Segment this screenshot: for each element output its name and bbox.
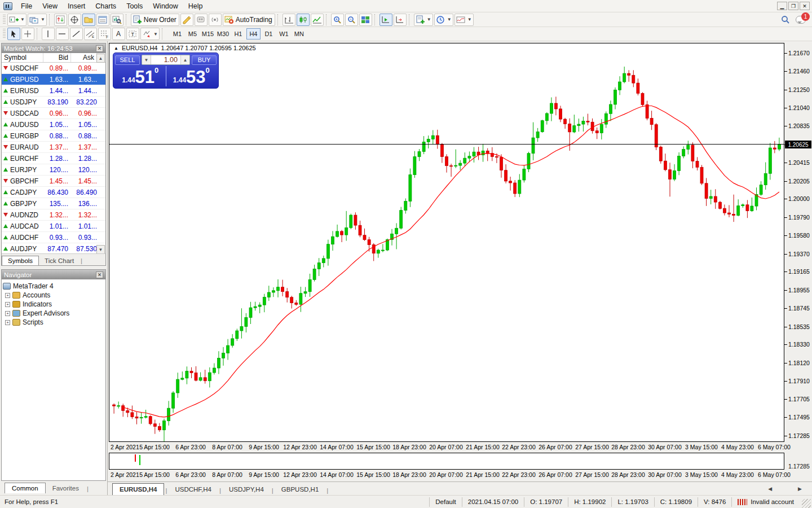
line-chart-button[interactable] bbox=[311, 14, 324, 26]
background-chart-pane[interactable] bbox=[109, 453, 784, 470]
chart-tab-eurusd-h4[interactable]: EURUSD,H4 bbox=[112, 483, 164, 495]
market-watch-button[interactable] bbox=[54, 14, 67, 26]
strategy-tester-button[interactable] bbox=[111, 14, 123, 26]
toolbar-grip[interactable] bbox=[3, 29, 6, 39]
market-watch-row-usdjpy[interactable]: USDJPY83.19083.220 bbox=[2, 97, 105, 108]
crosshair-button[interactable] bbox=[21, 28, 34, 40]
tab-tick-chart[interactable]: Tick Chart bbox=[39, 256, 80, 265]
restore-button[interactable]: ❐ bbox=[788, 2, 798, 10]
market-watch-row-audcad[interactable]: AUDCAD1.01...1.01... bbox=[2, 221, 105, 232]
tab-symbols[interactable]: Symbols bbox=[2, 256, 39, 265]
toolbar-grip[interactable] bbox=[3, 15, 6, 25]
volume-decrease-icon[interactable]: ▼ bbox=[142, 55, 151, 64]
close-button[interactable]: ✕ bbox=[800, 2, 810, 10]
navigator-item-accounts[interactable]: +Accounts bbox=[3, 291, 104, 300]
status-connection[interactable]: Invalid account bbox=[731, 497, 800, 507]
market-watch-row-usdchf[interactable]: USDCHF0.89...0.89... bbox=[2, 63, 105, 74]
timeframe-h4-button[interactable]: H4 bbox=[246, 28, 261, 40]
resize-grip[interactable] bbox=[802, 499, 811, 508]
profiles-button[interactable]: ▼ bbox=[28, 14, 47, 26]
tile-windows-button[interactable] bbox=[359, 14, 372, 26]
fibonacci-retracement-button[interactable]: F bbox=[98, 28, 111, 40]
expand-icon[interactable]: + bbox=[5, 320, 10, 325]
mql5-community-button[interactable] bbox=[195, 14, 208, 26]
cursor-button[interactable] bbox=[7, 28, 20, 40]
volume-value[interactable]: 1.00 bbox=[151, 55, 180, 64]
periods-button[interactable]: ▼ bbox=[434, 14, 453, 26]
text-button[interactable]: A bbox=[112, 28, 125, 40]
market-watch-row-eurchf[interactable]: EURCHF1.28...1.28... bbox=[2, 153, 105, 164]
arrows-button[interactable]: ▼ bbox=[140, 28, 160, 40]
buy-price[interactable]: 1.44 53 0 bbox=[166, 66, 217, 86]
column-ask[interactable]: Ask bbox=[71, 53, 97, 62]
timeframe-m30-button[interactable]: M30 bbox=[216, 28, 230, 40]
new-order-button[interactable]: New Order bbox=[131, 14, 179, 26]
text-label-button[interactable]: T bbox=[126, 28, 139, 40]
menu-charts[interactable]: Charts bbox=[90, 1, 121, 12]
tab-common[interactable]: Common bbox=[5, 483, 46, 493]
market-watch-row-gbpusd[interactable]: GBPUSD1.63...1.63... bbox=[2, 74, 105, 85]
market-watch-row-eurjpy[interactable]: EURJPY120....120.... bbox=[2, 164, 105, 176]
indicators-button[interactable]: ▼ bbox=[454, 14, 474, 26]
chart-shift-button[interactable] bbox=[394, 14, 407, 26]
timeframe-m5-button[interactable]: M5 bbox=[186, 28, 200, 40]
sell-price[interactable]: 1.44 51 0 bbox=[115, 66, 166, 86]
expand-icon[interactable]: + bbox=[5, 302, 10, 307]
market-watch-row-cadjpy[interactable]: CADJPY86.43086.490 bbox=[2, 187, 105, 198]
timeframe-h1-button[interactable]: H1 bbox=[231, 28, 245, 40]
status-profile[interactable]: Default bbox=[429, 497, 461, 507]
sell-button[interactable]: SELL bbox=[115, 55, 140, 65]
close-icon[interactable]: ✕ bbox=[96, 45, 103, 52]
market-watch-row-gbpjpy[interactable]: GBPJPY135....136.... bbox=[2, 198, 105, 209]
timeframe-m1-button[interactable]: M1 bbox=[170, 28, 184, 40]
menu-tools[interactable]: Tools bbox=[121, 1, 148, 12]
new-chart-button[interactable]: ▼ bbox=[7, 14, 27, 26]
column-bid[interactable]: Bid bbox=[43, 53, 71, 62]
candlestick-chart-button[interactable] bbox=[297, 14, 310, 26]
market-watch-row-eurusd[interactable]: EURUSD1.44...1.44... bbox=[2, 85, 105, 97]
navigator-item-expert-advisors[interactable]: +Expert Advisors bbox=[3, 309, 104, 318]
menu-help[interactable]: Help bbox=[183, 1, 208, 12]
horizontal-line-button[interactable] bbox=[56, 28, 69, 40]
navigator-button[interactable] bbox=[82, 14, 95, 26]
navigator-root[interactable]: MetaTrader 4 bbox=[3, 282, 104, 291]
terminal-button[interactable] bbox=[96, 14, 109, 26]
buy-button[interactable]: BUY bbox=[192, 55, 217, 65]
scroll-up-icon[interactable]: ▲ bbox=[96, 54, 105, 63]
market-watch-row-gbpchf[interactable]: GBPCHF1.45...1.45... bbox=[2, 176, 105, 187]
equidistant-channel-button[interactable]: E bbox=[84, 28, 97, 40]
tab-scroll-right-icon[interactable]: ▶ bbox=[798, 486, 802, 492]
background-pane-time-axis[interactable]: 2 Apr 20215 Apr 15:006 Apr 23:008 Apr 07… bbox=[109, 471, 784, 480]
notifications-icon[interactable]: 1 bbox=[796, 16, 806, 24]
tab-scroll-left-icon[interactable]: ◀ bbox=[768, 486, 772, 492]
close-icon[interactable]: ✕ bbox=[96, 271, 103, 278]
minimize-button[interactable]: ▁ bbox=[777, 2, 787, 10]
chart-tab-gbpusd-h1[interactable]: GBPUSD,H1 bbox=[275, 484, 325, 495]
market-watch-row-audjpy[interactable]: AUDJPY87.47087.530 bbox=[2, 243, 105, 255]
time-axis[interactable]: 2 Apr 20215 Apr 15:006 Apr 23:008 Apr 07… bbox=[109, 444, 784, 452]
scroll-down-icon[interactable]: ▼ bbox=[96, 245, 105, 254]
zoom-out-button[interactable] bbox=[345, 14, 358, 26]
bar-chart-button[interactable] bbox=[283, 14, 295, 26]
metaeditor-button[interactable] bbox=[180, 14, 193, 26]
data-window-button[interactable] bbox=[68, 14, 81, 26]
market-watch-row-audusd[interactable]: AUDUSD1.05...1.05... bbox=[2, 119, 105, 130]
menu-insert[interactable]: Insert bbox=[63, 1, 90, 12]
tab-favorites[interactable]: Favorites bbox=[46, 483, 86, 493]
navigator-item-scripts[interactable]: +Scripts bbox=[3, 318, 104, 327]
timeframe-mn-button[interactable]: MN bbox=[292, 28, 306, 40]
market-watch-row-usdcad[interactable]: USDCAD0.96...0.96... bbox=[2, 108, 105, 119]
market-watch-row-euraud[interactable]: EURAUD1.37...1.37... bbox=[2, 142, 105, 153]
column-symbol[interactable]: Symbol bbox=[2, 53, 43, 62]
market-watch-row-audnzd[interactable]: AUDNZD1.32...1.32... bbox=[2, 209, 105, 221]
expand-icon[interactable]: + bbox=[5, 311, 10, 316]
new-template-button[interactable]: ▼ bbox=[414, 14, 433, 26]
push-notifications-button[interactable] bbox=[209, 14, 222, 26]
candlestick-chart-canvas[interactable] bbox=[109, 43, 784, 441]
menu-window[interactable]: Window bbox=[148, 1, 183, 12]
menu-view[interactable]: View bbox=[37, 1, 63, 12]
timeframe-d1-button[interactable]: D1 bbox=[262, 28, 276, 40]
search-icon[interactable] bbox=[781, 15, 790, 24]
chart-tab-usdchf-h4[interactable]: USDCHF,H4 bbox=[168, 484, 218, 495]
timeframe-m15-button[interactable]: M15 bbox=[201, 28, 215, 40]
